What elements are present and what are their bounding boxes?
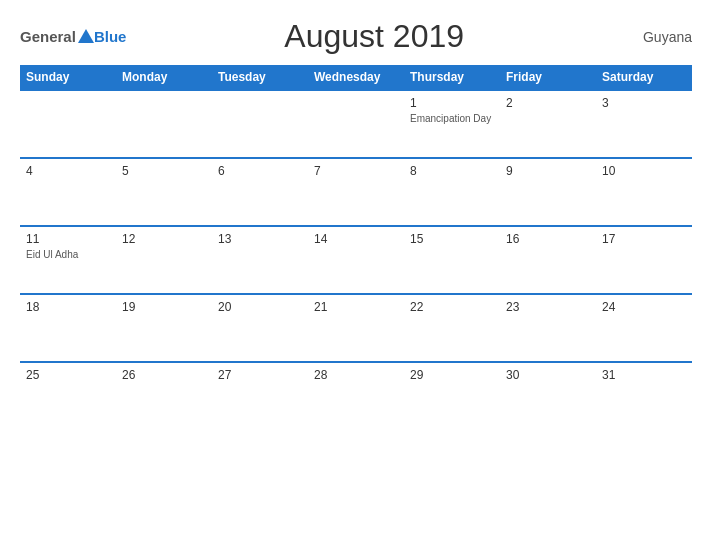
- calendar-week-4: 18192021222324: [20, 294, 692, 362]
- holiday-label: Emancipation Day: [410, 112, 494, 125]
- calendar-cell: 15: [404, 226, 500, 294]
- calendar-cell: 18: [20, 294, 116, 362]
- day-number: 30: [506, 368, 590, 382]
- calendar-cell: 23: [500, 294, 596, 362]
- calendar-week-2: 45678910: [20, 158, 692, 226]
- calendar-cell: 20: [212, 294, 308, 362]
- calendar-table: Sunday Monday Tuesday Wednesday Thursday…: [20, 65, 692, 430]
- calendar-cell: 6: [212, 158, 308, 226]
- day-number: 1: [410, 96, 494, 110]
- holiday-label: Eid Ul Adha: [26, 248, 110, 261]
- logo: General Blue: [20, 28, 126, 45]
- header: General Blue August 2019 Guyana: [20, 18, 692, 55]
- day-number: 27: [218, 368, 302, 382]
- day-number: 4: [26, 164, 110, 178]
- calendar-week-1: 1Emancipation Day23: [20, 90, 692, 158]
- day-number: 9: [506, 164, 590, 178]
- day-number: 13: [218, 232, 302, 246]
- calendar-cell: 10: [596, 158, 692, 226]
- logo-triangle-icon: [78, 29, 94, 43]
- day-number: 16: [506, 232, 590, 246]
- calendar-cell: 1Emancipation Day: [404, 90, 500, 158]
- day-number: 20: [218, 300, 302, 314]
- col-friday: Friday: [500, 65, 596, 90]
- calendar-cell: 26: [116, 362, 212, 430]
- col-thursday: Thursday: [404, 65, 500, 90]
- day-number: 31: [602, 368, 686, 382]
- calendar-cell: 24: [596, 294, 692, 362]
- day-number: 12: [122, 232, 206, 246]
- day-number: 8: [410, 164, 494, 178]
- calendar-cell: 16: [500, 226, 596, 294]
- day-number: 25: [26, 368, 110, 382]
- calendar-cell: 7: [308, 158, 404, 226]
- day-number: 15: [410, 232, 494, 246]
- calendar-cell: 30: [500, 362, 596, 430]
- calendar-cell: 25: [20, 362, 116, 430]
- calendar-cell: [116, 90, 212, 158]
- calendar-cell: 8: [404, 158, 500, 226]
- day-number: 5: [122, 164, 206, 178]
- calendar-cell: 17: [596, 226, 692, 294]
- day-number: 2: [506, 96, 590, 110]
- calendar-cell: 12: [116, 226, 212, 294]
- calendar-cell: 29: [404, 362, 500, 430]
- calendar-cell: 13: [212, 226, 308, 294]
- calendar-cell: 3: [596, 90, 692, 158]
- day-number: 24: [602, 300, 686, 314]
- day-number: 17: [602, 232, 686, 246]
- day-number: 29: [410, 368, 494, 382]
- day-number: 14: [314, 232, 398, 246]
- day-number: 11: [26, 232, 110, 246]
- col-wednesday: Wednesday: [308, 65, 404, 90]
- day-number: 7: [314, 164, 398, 178]
- calendar-cell: 4: [20, 158, 116, 226]
- col-monday: Monday: [116, 65, 212, 90]
- day-number: 26: [122, 368, 206, 382]
- day-number: 21: [314, 300, 398, 314]
- col-tuesday: Tuesday: [212, 65, 308, 90]
- col-saturday: Saturday: [596, 65, 692, 90]
- calendar-cell: 5: [116, 158, 212, 226]
- day-number: 10: [602, 164, 686, 178]
- day-number: 23: [506, 300, 590, 314]
- calendar-cell: [212, 90, 308, 158]
- day-number: 28: [314, 368, 398, 382]
- day-number: 3: [602, 96, 686, 110]
- calendar-header-row: Sunday Monday Tuesday Wednesday Thursday…: [20, 65, 692, 90]
- calendar-cell: [20, 90, 116, 158]
- day-number: 18: [26, 300, 110, 314]
- calendar-cell: [308, 90, 404, 158]
- calendar-cell: 22: [404, 294, 500, 362]
- logo-general: General: [20, 28, 76, 45]
- calendar-cell: 27: [212, 362, 308, 430]
- calendar-cell: 14: [308, 226, 404, 294]
- day-number: 22: [410, 300, 494, 314]
- calendar-cell: 19: [116, 294, 212, 362]
- calendar-cell: 21: [308, 294, 404, 362]
- calendar-page: General Blue August 2019 Guyana Sunday M…: [0, 0, 712, 550]
- calendar-week-5: 25262728293031: [20, 362, 692, 430]
- col-sunday: Sunday: [20, 65, 116, 90]
- day-number: 6: [218, 164, 302, 178]
- calendar-week-3: 11Eid Ul Adha121314151617: [20, 226, 692, 294]
- calendar-cell: 2: [500, 90, 596, 158]
- calendar-cell: 11Eid Ul Adha: [20, 226, 116, 294]
- calendar-title: August 2019: [126, 18, 622, 55]
- calendar-cell: 9: [500, 158, 596, 226]
- calendar-cell: 31: [596, 362, 692, 430]
- logo-blue: Blue: [94, 28, 127, 45]
- day-number: 19: [122, 300, 206, 314]
- country-label: Guyana: [622, 29, 692, 45]
- calendar-cell: 28: [308, 362, 404, 430]
